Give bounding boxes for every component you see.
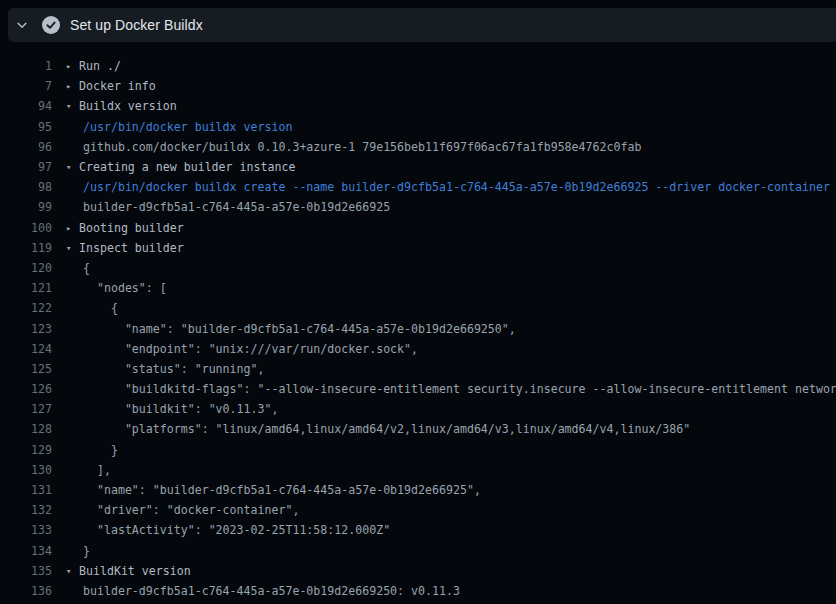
log-group-line[interactable]: 135▾BuildKit version [0,561,836,581]
log-line: 99builder-d9cfb5a1-c764-445a-a57e-0b19d2… [0,197,836,217]
log-line: 122 { [0,298,836,318]
log-group-line[interactable]: 7▸Docker info [0,76,836,96]
line-number[interactable]: 135 [0,564,52,578]
group-title: ▸Booting builder [52,221,184,235]
line-number[interactable]: 131 [0,483,52,497]
output-text: } [52,544,90,558]
log-line: 121 "nodes": [ [0,278,836,298]
log-line: 123 "name": "builder-d9cfb5a1-c764-445a-… [0,318,836,338]
output-text: "buildkit": "v0.11.3", [52,402,278,416]
line-number[interactable]: 136 [0,584,52,598]
log-line: 125 "status": "running", [0,359,836,379]
output-text: "name": "builder-d9cfb5a1-c764-445a-a57e… [52,322,516,336]
log-line: 133 "lastActivity": "2023-02-25T11:58:12… [0,520,836,540]
step-header[interactable]: Set up Docker Buildx [8,8,836,42]
line-number[interactable]: 130 [0,463,52,477]
line-number[interactable]: 120 [0,261,52,275]
log-line: 95/usr/bin/docker buildx version [0,117,836,137]
triangle-expanded-icon[interactable]: ▾ [66,101,79,111]
log-group-line[interactable]: 1▸Run ./ [0,56,836,76]
triangle-expanded-icon[interactable]: ▾ [66,243,79,253]
line-number[interactable]: 7 [0,79,52,93]
check-circle-icon [42,16,60,34]
line-number[interactable]: 123 [0,322,52,336]
triangle-collapsed-icon[interactable]: ▸ [66,223,79,233]
output-text: "status": "running", [52,362,264,376]
output-text: "buildkitd-flags": "--allow-insecure-ent… [52,382,836,396]
triangle-expanded-icon[interactable]: ▾ [66,162,79,172]
log-group-line[interactable]: 100▸Booting builder [0,218,836,238]
line-number[interactable]: 100 [0,221,52,235]
log-line: 136builder-d9cfb5a1-c764-445a-a57e-0b19d… [0,581,836,601]
line-number[interactable]: 125 [0,362,52,376]
line-number[interactable]: 126 [0,382,52,396]
group-title: ▸Run ./ [52,59,121,73]
output-text: builder-d9cfb5a1-c764-445a-a57e-0b19d2e6… [52,584,460,598]
triangle-collapsed-icon[interactable]: ▸ [66,81,79,91]
log-line: 126 "buildkitd-flags": "--allow-insecure… [0,379,836,399]
line-number[interactable]: 94 [0,99,52,113]
log-group-line[interactable]: 119▾Inspect builder [0,238,836,258]
output-text: builder-d9cfb5a1-c764-445a-a57e-0b19d2e6… [52,200,390,214]
output-text: github.com/docker/buildx 0.10.3+azure-1 … [52,140,641,154]
log-line: 96github.com/docker/buildx 0.10.3+azure-… [0,137,836,157]
step-title: Set up Docker Buildx [70,17,203,33]
log-output: 1▸Run ./7▸Docker info94▾Buildx version95… [0,42,836,601]
line-number[interactable]: 132 [0,503,52,517]
triangle-collapsed-icon[interactable]: ▸ [66,61,79,71]
log-line: 134} [0,541,836,561]
line-number[interactable]: 119 [0,241,52,255]
triangle-expanded-icon[interactable]: ▾ [66,566,79,576]
output-text: { [52,301,118,315]
log-line: 120{ [0,258,836,278]
line-number[interactable]: 95 [0,120,52,134]
log-line: 127 "buildkit": "v0.11.3", [0,399,836,419]
chevron-down-icon[interactable] [14,17,30,33]
line-number[interactable]: 99 [0,200,52,214]
line-number[interactable]: 98 [0,180,52,194]
group-title: ▾Inspect builder [52,241,184,255]
log-line: 124 "endpoint": "unix:///var/run/docker.… [0,339,836,359]
output-text: "nodes": [ [52,281,167,295]
log-line: 128 "platforms": "linux/amd64,linux/amd6… [0,419,836,439]
command-text: /usr/bin/docker buildx version [52,120,292,134]
log-line: 98/usr/bin/docker buildx create --name b… [0,177,836,197]
output-text: "endpoint": "unix:///var/run/docker.sock… [52,342,418,356]
line-number[interactable]: 97 [0,160,52,174]
output-text: ], [52,463,111,477]
log-group-line[interactable]: 97▾Creating a new builder instance [0,157,836,177]
line-number[interactable]: 1 [0,59,52,73]
line-number[interactable]: 121 [0,281,52,295]
group-title: ▾Creating a new builder instance [52,160,295,174]
line-number[interactable]: 128 [0,422,52,436]
line-number[interactable]: 127 [0,402,52,416]
line-number[interactable]: 122 [0,301,52,315]
line-number[interactable]: 129 [0,443,52,457]
log-group-line[interactable]: 94▾Buildx version [0,96,836,116]
output-text: "platforms": "linux/amd64,linux/amd64/v2… [52,422,690,436]
command-text: /usr/bin/docker buildx create --name bui… [52,180,830,194]
log-line: 129 } [0,440,836,460]
line-number[interactable]: 133 [0,523,52,537]
output-text: } [52,443,118,457]
line-number[interactable]: 124 [0,342,52,356]
output-text: "lastActivity": "2023-02-25T11:58:12.000… [52,523,390,537]
output-text: "name": "builder-d9cfb5a1-c764-445a-a57e… [52,483,481,497]
log-line: 132 "driver": "docker-container", [0,500,836,520]
group-title: ▾Buildx version [52,99,177,113]
line-number[interactable]: 134 [0,544,52,558]
output-text: "driver": "docker-container", [52,503,299,517]
log-line: 130 ], [0,460,836,480]
line-number[interactable]: 96 [0,140,52,154]
log-line: 131 "name": "builder-d9cfb5a1-c764-445a-… [0,480,836,500]
output-text: { [52,261,90,275]
group-title: ▸Docker info [52,79,156,93]
group-title: ▾BuildKit version [52,564,191,578]
